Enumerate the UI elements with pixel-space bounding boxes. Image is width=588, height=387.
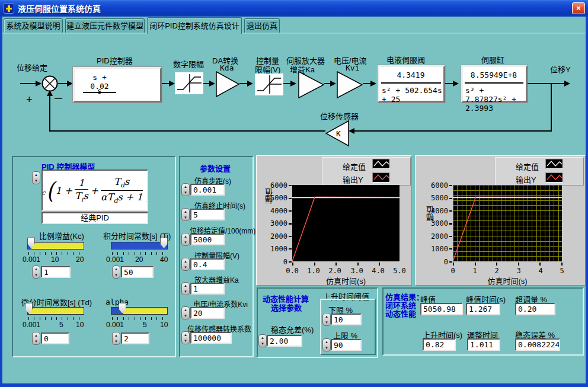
legend-given-icon[interactable] xyxy=(545,159,563,169)
slider-ti-spinner[interactable]: ▲▼ xyxy=(112,266,120,279)
tolerance-spinner[interactable]: ▲▼ xyxy=(258,334,267,347)
ss-error-value: 0.0082224 xyxy=(515,338,560,351)
xtick-marks xyxy=(292,263,401,266)
param-setpoint-spinner[interactable]: ▲▼ xyxy=(181,233,190,246)
legend-right: 给定值 输出Y xyxy=(495,157,584,185)
chart-panel-left: 给定值 输出Y 幅值 6000 5000 4000 3000 2000 1000… xyxy=(256,155,412,286)
arrowhead xyxy=(47,90,53,96)
slider-ti-value[interactable]: 50 xyxy=(121,266,154,278)
ytick: 4000 xyxy=(422,207,448,215)
tolerance-value[interactable]: 2.00 xyxy=(267,335,302,347)
sum-minus-sign: — xyxy=(55,94,62,103)
dyn-title-2: 选择参数 xyxy=(271,302,302,313)
param-step-spinner[interactable]: ▲▼ xyxy=(181,183,190,196)
plot-right xyxy=(453,185,562,261)
param-kvi-spinner[interactable]: ▲▼ xyxy=(181,306,190,319)
param-limit-spinner[interactable]: ▲▼ xyxy=(181,258,190,271)
sum-plus-sign: + xyxy=(26,94,33,106)
param-sensor-spinner[interactable]: ▲▼ xyxy=(181,331,190,344)
slider-td-scale-max: 10 xyxy=(76,321,84,329)
window-border-left xyxy=(0,17,2,387)
param-kvi-value[interactable]: 20 xyxy=(190,307,225,319)
param-sensor-value[interactable]: 100000 xyxy=(190,332,232,344)
xtick: 0 xyxy=(444,267,462,275)
tab-exit[interactable]: 退出仿真 xyxy=(244,18,280,34)
cylinder-tf-denominator: s³ + 7.87827s² + 2.3993 xyxy=(465,86,525,113)
pid-transfer-block: s + 0.02 s xyxy=(73,67,162,103)
wire xyxy=(20,83,37,84)
tab-system-description[interactable]: 系统及模型说明 xyxy=(4,18,63,34)
xtick: 4.0 xyxy=(369,267,387,275)
pid-model-selector[interactable]: 经典PID xyxy=(41,212,148,224)
legend-output-icon[interactable] xyxy=(372,172,390,183)
slider-td-value[interactable]: 0 xyxy=(41,332,69,344)
wire xyxy=(445,83,453,84)
app-window: 液压伺服位置系统仿真 × 系统及模型说明 建立液压元件数学模型 闭环PID控制系… xyxy=(0,0,588,387)
arrowhead xyxy=(247,81,253,87)
window-border-bottom xyxy=(0,383,588,387)
slider-kc-spinner[interactable]: ▲▼ xyxy=(32,266,40,279)
ytick: 4000 xyxy=(261,207,287,215)
slider-td-spinner[interactable]: ▲▼ xyxy=(32,332,40,345)
xtick: 5.0 xyxy=(391,267,408,275)
param-endtime-value[interactable]: 5 xyxy=(190,209,225,220)
slider-kc-scale-mid: 10 xyxy=(51,255,59,264)
pid-model-panel: PID 控制器模型 ▲▼ Kc ( 1 + 1Tis + TdsαTds + 1… xyxy=(12,156,176,357)
close-button[interactable]: × xyxy=(572,2,585,14)
ytick: 1000 xyxy=(261,245,287,253)
ytick: 0 xyxy=(422,258,448,266)
wire xyxy=(49,95,50,132)
ytick: 1000 xyxy=(422,245,448,253)
slider-kc-track[interactable] xyxy=(27,242,84,250)
upper-limit-value[interactable]: 90 xyxy=(331,339,362,351)
plot-left xyxy=(292,185,400,261)
sensor-gain-triangle: K xyxy=(325,120,349,146)
peak-time-value: 1.267 xyxy=(466,303,500,315)
ytick: 3000 xyxy=(261,219,287,228)
slider-ti-scale-min: 0.001 xyxy=(106,255,124,264)
param-ka-value[interactable]: 1 xyxy=(190,283,225,295)
legend-output-icon[interactable] xyxy=(545,172,563,183)
sat1-label: 数字限幅 xyxy=(173,58,204,69)
ytick: 3000 xyxy=(422,219,448,228)
wire xyxy=(528,83,565,84)
arrowhead xyxy=(169,81,175,87)
slider-td-scale-mid: 5 xyxy=(59,321,63,329)
ytick: 2000 xyxy=(261,232,287,241)
legend-output-label: 输出Y xyxy=(516,174,536,185)
tab-build-model[interactable]: 建立液压元件数学模型 xyxy=(65,18,145,34)
cylinder-transfer-block: 8.55949E+8 s³ + 7.87827s² + 2.3993 xyxy=(461,65,528,103)
param-setpoint-value[interactable]: 5000 xyxy=(190,234,225,245)
model-select-spinner[interactable]: ▲▼ xyxy=(32,171,40,184)
slider-ti-ticks xyxy=(112,252,168,255)
slider-alpha-spinner[interactable]: ▲▼ xyxy=(112,332,120,345)
param-limit-value[interactable]: 0.4 xyxy=(190,258,225,270)
chart-panel-right: 给定值 输出Y 幅值 6000 5000 4000 3000 2000 1000… xyxy=(415,155,586,286)
upper-limit-spinner[interactable]: ▲▼ xyxy=(322,338,331,351)
wire xyxy=(50,130,325,132)
cylinder-title: 伺服缸 xyxy=(481,54,504,65)
legend-given-icon[interactable] xyxy=(372,159,390,169)
lower-limit-value[interactable]: 10 xyxy=(331,314,362,325)
wire xyxy=(363,83,371,84)
slider-alpha-value[interactable]: 2 xyxy=(121,332,149,344)
slider-kc-value[interactable]: 1 xyxy=(41,266,71,278)
lower-limit-spinner[interactable]: ▲▼ xyxy=(322,313,331,326)
param-step-value[interactable]: 0.001 xyxy=(190,184,225,196)
tab-pid-simulation[interactable]: 闭环PID控制系统仿真设计 xyxy=(147,17,242,34)
ytick: 5000 xyxy=(261,194,287,202)
wire xyxy=(354,130,552,132)
arrowhead xyxy=(453,81,459,87)
tolerance-label: 稳态允差(%) xyxy=(271,324,314,335)
threshold-box: 下限 % ▲▼ 10 上限 % ▲▼ 90 xyxy=(320,299,376,355)
param-endtime-spinner[interactable]: ▲▼ xyxy=(181,208,190,221)
param-ka-spinner[interactable]: ▲▼ xyxy=(181,282,190,295)
ytick: 2000 xyxy=(422,232,448,241)
xtick: 5 xyxy=(553,267,571,275)
slider-td-track[interactable] xyxy=(27,307,84,315)
xtick-marks xyxy=(453,263,563,266)
rise-time-value: 0.82 xyxy=(423,338,456,351)
sum-junction xyxy=(41,75,58,92)
slider-ti-track[interactable] xyxy=(111,242,168,250)
wire xyxy=(239,83,248,84)
